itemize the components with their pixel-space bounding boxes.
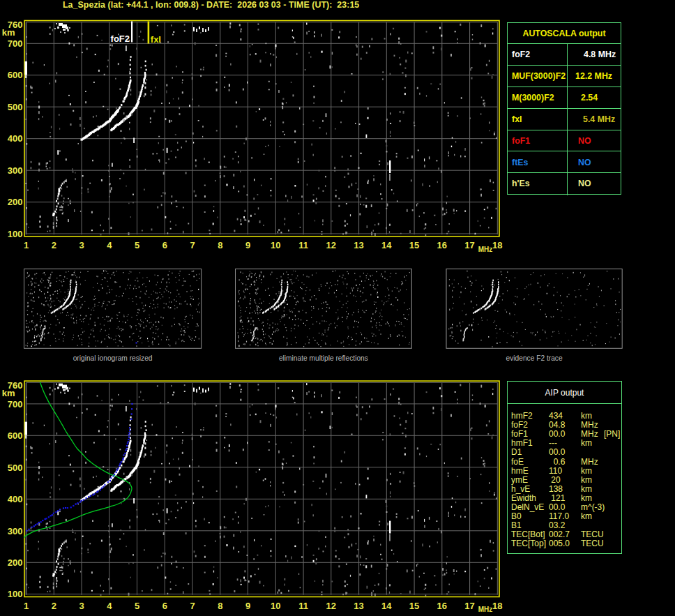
svg-text:MHz: MHz — [478, 246, 493, 253]
svg-text:2: 2 — [52, 601, 56, 611]
svg-text:3: 3 — [79, 601, 84, 611]
svg-text:4: 4 — [107, 240, 112, 250]
svg-text:11: 11 — [298, 601, 308, 611]
svg-text:12: 12 — [326, 240, 336, 250]
svg-text:10: 10 — [271, 601, 280, 611]
svg-text:fxI: fxI — [151, 34, 161, 45]
svg-text:700: 700 — [8, 399, 23, 410]
svg-text:15: 15 — [409, 240, 419, 250]
svg-text:9: 9 — [245, 601, 250, 611]
svg-text:9: 9 — [245, 240, 250, 250]
svg-text:km: km — [2, 27, 15, 38]
svg-text:700: 700 — [8, 38, 23, 49]
svg-text:16: 16 — [437, 240, 447, 250]
svg-text:500: 500 — [8, 463, 23, 473]
svg-text:16: 16 — [437, 601, 447, 611]
svg-text:4: 4 — [107, 601, 112, 611]
svg-text:400: 400 — [8, 494, 23, 504]
svg-text:km: km — [2, 388, 15, 398]
svg-text:300: 300 — [8, 526, 23, 536]
svg-text:11: 11 — [298, 240, 308, 250]
svg-text:17: 17 — [464, 601, 474, 611]
svg-text:200: 200 — [8, 557, 23, 568]
svg-text:5: 5 — [135, 601, 139, 611]
svg-text:1: 1 — [24, 240, 29, 250]
svg-text:foF2: foF2 — [111, 33, 130, 44]
svg-text:17: 17 — [464, 240, 474, 250]
svg-text:5: 5 — [135, 240, 139, 250]
svg-text:13: 13 — [354, 601, 363, 611]
svg-text:400: 400 — [8, 133, 23, 144]
svg-text:10: 10 — [271, 240, 280, 250]
svg-text:14: 14 — [381, 240, 392, 250]
svg-text:original ionogram resized: original ionogram resized — [73, 354, 153, 362]
svg-text:8: 8 — [218, 601, 222, 611]
svg-text:300: 300 — [8, 165, 23, 176]
svg-text:12: 12 — [326, 601, 336, 611]
svg-text:eliminate multiple reflections: eliminate multiple reflections — [279, 354, 368, 362]
svg-text:8: 8 — [218, 240, 222, 250]
svg-text:1: 1 — [24, 601, 29, 611]
svg-text:13: 13 — [354, 240, 363, 250]
svg-text:100: 100 — [8, 589, 23, 599]
svg-text:600: 600 — [8, 70, 23, 80]
svg-text:evidence F2 trace: evidence F2 trace — [506, 354, 563, 362]
svg-text:100: 100 — [8, 229, 23, 239]
svg-text:15: 15 — [409, 601, 419, 611]
svg-text:500: 500 — [8, 102, 23, 112]
svg-text:7: 7 — [190, 601, 195, 611]
svg-text:7: 7 — [190, 240, 195, 250]
svg-text:600: 600 — [8, 430, 23, 441]
svg-text:3: 3 — [79, 240, 84, 250]
svg-text:200: 200 — [8, 197, 23, 207]
svg-text:18: 18 — [492, 601, 502, 611]
svg-text:14: 14 — [381, 601, 392, 611]
svg-text:18: 18 — [492, 240, 502, 250]
svg-text:6: 6 — [162, 240, 167, 250]
svg-text:MHz: MHz — [478, 606, 493, 613]
svg-text:2: 2 — [52, 240, 56, 250]
svg-text:6: 6 — [162, 601, 167, 611]
